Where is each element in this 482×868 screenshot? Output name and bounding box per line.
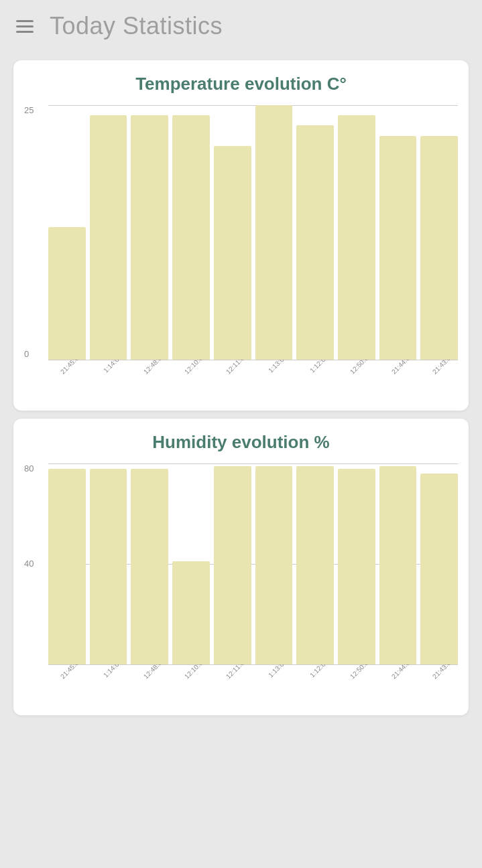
bar-item [379,466,417,664]
bar-item [48,469,86,665]
bar [214,146,251,360]
bar [48,227,86,360]
bar [338,469,375,665]
temperature-chart-area: 25021:45:01:14:012:48:012:10:012:11:01:1… [24,105,458,403]
bar-item [131,469,168,665]
bar [172,561,210,664]
bar-item [338,115,375,360]
bar [338,115,375,360]
bar-item [296,125,334,360]
y-max-label: 25 [24,105,34,115]
bar-item [255,105,293,360]
bar-item [420,474,458,664]
y-mid-label: 40 [24,559,34,569]
bar [255,105,293,360]
header: Today Statistics [0,0,482,52]
bar [214,466,251,664]
bar [379,136,417,360]
bar [48,469,86,665]
bar [255,466,293,664]
bar-item [214,466,251,664]
bar-item [420,136,458,360]
bar-item [214,146,251,360]
y-max-label: 80 [24,463,34,474]
bar-item [90,469,127,665]
humidity-chart-title: Humidity evolution % [24,432,458,453]
bar [296,125,334,360]
humidity-chart-card: Humidity evolution % 804021:45:01:14:012… [13,419,469,715]
bar [172,115,210,360]
bar-item [255,466,293,664]
bar-item [90,115,127,360]
bar [131,469,168,665]
bar [420,474,458,664]
temperature-chart-card: Temperature evolution C° 25021:45:01:14:… [13,60,469,411]
bar-item [296,466,334,664]
menu-icon[interactable] [13,17,36,35]
bar [131,115,168,360]
bar-item [172,561,210,664]
bar-item [172,115,210,360]
bar [90,469,127,665]
y-zero-label: 0 [24,349,29,359]
page-title: Today Statistics [50,12,223,40]
bar-item [48,227,86,360]
bar-item [131,115,168,360]
humidity-chart-area: 804021:45:01:14:012:48:012:10:012:11:01:… [24,463,458,707]
bar [379,466,417,664]
bar [296,466,334,664]
bar [90,115,127,360]
temperature-chart-title: Temperature evolution C° [24,74,458,94]
bar-item [338,469,375,665]
bar-item [379,136,417,360]
bar [420,136,458,360]
